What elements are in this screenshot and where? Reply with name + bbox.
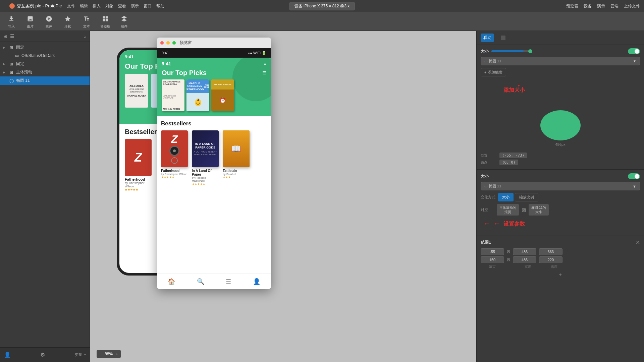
size-source-dropdown[interactable]: ▭ 椭圆 11 ▼ (481, 182, 640, 190)
layer-label: 主体滚动 (16, 69, 32, 75)
add-trigger-btn[interactable]: + 添加触发 (481, 68, 506, 76)
add-range-row[interactable]: + (481, 272, 640, 278)
right-actions: 预览窗 设备 演示 云端 上传文件 (566, 3, 640, 9)
media-tool[interactable]: 媒体 (43, 14, 55, 29)
preview-ellipse (540, 110, 581, 140)
dropdown-arrow-icon: ▼ (633, 59, 636, 63)
device-btn[interactable]: 设备 (584, 3, 592, 9)
shape-icon (63, 14, 72, 23)
tab-interaction[interactable]: 联动 (481, 34, 494, 42)
add-range-btn[interactable]: + (559, 272, 562, 278)
menu-help[interactable]: 帮助 (156, 3, 164, 9)
range-field-height1[interactable]: 363 (539, 248, 562, 255)
preview-btn[interactable]: 预览窗 (566, 3, 578, 9)
menu-bar[interactable]: 文件 编辑 插入 对象 查看 演示 窗口 帮助 (67, 3, 164, 9)
media-label: 媒体 (46, 24, 52, 29)
anchor-value: (0, 0) (499, 160, 518, 165)
upload-btn[interactable]: 上传文件 (624, 3, 640, 9)
phone-menu-icon[interactable]: ≡ (264, 61, 266, 66)
text-icon (82, 14, 91, 23)
change-type-label: 变化方式 (481, 195, 495, 200)
device-selector[interactable]: 设备 iPhone X 375 × 812 @3 x (289, 2, 355, 10)
user-icon[interactable]: 👤 (4, 352, 11, 358)
list-view-icon[interactable]: ☰ (10, 34, 14, 39)
book-zola-card: DISAPPEARANCE OF AILE ZOLA LOVE, LIFE AN… (162, 79, 184, 111)
nav-menu[interactable]: ☰ (226, 278, 231, 285)
anchor-label: 锚点 (481, 160, 497, 165)
menu-insert[interactable]: 插入 (93, 3, 101, 9)
nav-search[interactable]: 🔍 (197, 278, 204, 285)
preview-max-btn[interactable] (172, 41, 176, 45)
layer-item-status[interactable]: ▭ OS/Status/OnDark (0, 52, 90, 60)
fatherhood-stars: ★★★★★ (161, 176, 189, 179)
preview-min-btn[interactable] (166, 41, 170, 45)
anim-slider-track[interactable] (491, 50, 532, 52)
phone-bottom-nav: 🏠 🔍 ☰ 👤 (157, 274, 271, 289)
cloud-btn[interactable]: 云端 (610, 3, 619, 9)
canvas-area[interactable]: 9:41 Our Top Picks AILE ZOLA LOVE, LIFE … (90, 31, 476, 362)
image-tool[interactable]: 图片 (24, 14, 36, 29)
correspond-row: 对应 主体滚动的滚页 ⊠ 椭圆 11的大小 (481, 204, 640, 216)
range-field-width2[interactable]: 486 (513, 256, 536, 263)
menu-object[interactable]: 对象 (105, 3, 113, 9)
range-field-width1[interactable]: 486 (513, 248, 536, 255)
range-field-scroll2[interactable]: 150 (481, 256, 504, 263)
grid-view-icon[interactable]: ⊞ (3, 34, 7, 39)
anim-slider-knob[interactable] (528, 49, 532, 53)
panel-icons[interactable]: ⊞ ☰ (3, 34, 14, 39)
menu-view[interactable]: 查看 (118, 3, 126, 9)
layer-label: OS/Status/OnDark (21, 53, 55, 58)
range-field-height2[interactable]: 220 (539, 256, 562, 263)
layer-item-scroll[interactable]: ▶ ⊞ 主体滚动 (0, 68, 90, 76)
range-field-scroll1[interactable]: -55 (481, 248, 504, 255)
container-tool[interactable]: 容器组 (99, 14, 111, 29)
change-type-btns: 大小 缩放比例 (498, 193, 538, 201)
menu-file[interactable]: 文件 (67, 3, 75, 9)
change-type-scale-btn[interactable]: 缩放比例 (515, 193, 538, 201)
shape-tool[interactable]: 形状 (62, 14, 74, 29)
bg-book-stars: ★★★★★ (125, 188, 152, 191)
bg-book-item-fatherhood: Z Fatherhood by Christopher Wilson ★★★★★ (125, 139, 152, 191)
range-col-labels: 滚页 宽度 高度 (481, 264, 640, 269)
preview-content: 9:41 ▪▪▪ WiFi 🔋 9:41 ≡ (157, 48, 271, 289)
preview-close-btn[interactable] (160, 41, 164, 45)
phone-header-icons: ≡ (264, 61, 266, 66)
source-dropdown[interactable]: ▭ 椭圆 11 ▼ (481, 57, 640, 65)
change-type-row: 变化方式 大小 缩放比例 (481, 193, 640, 201)
panel-right-icons[interactable]: ⌕ (84, 34, 86, 39)
tattletale-author: by Sarah J (223, 173, 250, 176)
nav-profile[interactable]: 👤 (253, 278, 260, 285)
menu-present[interactable]: 演示 (131, 3, 139, 9)
settings-icon[interactable]: ⚙ (40, 352, 45, 358)
layer-item-ellipse11[interactable]: ◯ 椭圆 11 (0, 76, 90, 85)
text-tool[interactable]: 文本 (80, 14, 93, 29)
device-selector-area[interactable]: 设备 iPhone X 375 × 812 @3 x (289, 2, 355, 10)
tattletale-title: Tattletale (223, 169, 250, 173)
variable-bar[interactable]: 变量 ^ (75, 352, 86, 357)
menu-window[interactable]: 窗口 (144, 3, 152, 9)
layer-item-fixed2[interactable]: ▶ ⊞ 固定 (0, 60, 90, 68)
zoom-in-btn[interactable]: + (115, 351, 118, 357)
nav-home[interactable]: 🏠 (168, 278, 175, 285)
range-close-btn[interactable]: ✕ (636, 239, 640, 246)
anim-header: 大小 (481, 48, 640, 54)
present-btn[interactable]: 演示 (597, 3, 605, 9)
anim-title: 大小 (481, 49, 489, 54)
menu-edit[interactable]: 编辑 (80, 3, 88, 9)
media-icon (44, 14, 54, 23)
zoom-out-btn[interactable]: − (99, 351, 102, 357)
red-arrow-left-2: ← (493, 220, 500, 227)
component-tool[interactable]: 组件 (118, 14, 130, 29)
search-layers-icon[interactable]: ⌕ (84, 34, 86, 39)
preview-window: 预览窗 9:41 ▪▪▪ WiFi 🔋 (157, 38, 271, 289)
hamburger-icon[interactable]: ≡ (262, 69, 266, 77)
anim-toggle[interactable] (628, 48, 640, 54)
change-type-size-btn[interactable]: 大小 (498, 193, 514, 201)
expand-arrow-icon: ^ (84, 353, 86, 357)
app-logo: 交互案例.pie - ProtoPie (9, 3, 62, 9)
layer-item-fixed1[interactable]: ▶ ⊞ 固定 (0, 43, 90, 52)
size-toggle[interactable] (628, 173, 640, 179)
trigger-btn-row: + 添加触发 (481, 68, 640, 76)
container-label: 容器组 (100, 24, 110, 29)
import-tool[interactable]: 导入 (5, 14, 17, 29)
